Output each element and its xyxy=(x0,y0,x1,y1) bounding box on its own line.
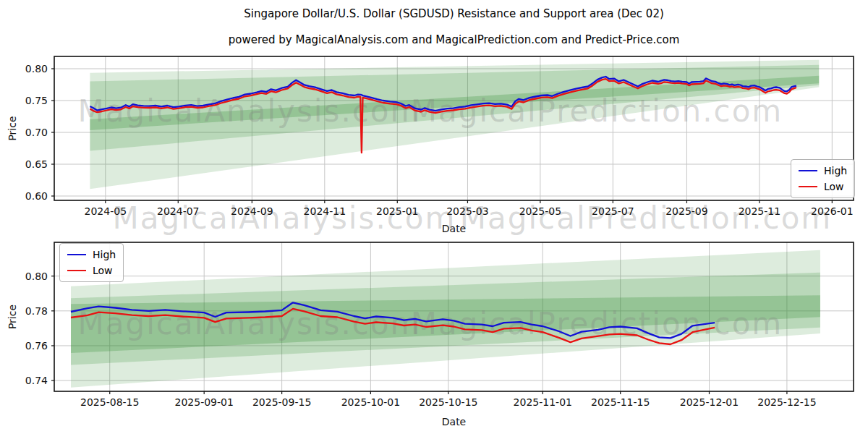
y-tick-label: 0.78 xyxy=(25,305,48,317)
x-tick-label: 2024-09 xyxy=(231,205,273,217)
x-tick-label: 2025-09-01 xyxy=(175,396,234,408)
x-axis-label: Date xyxy=(442,416,466,427)
x-tick-label: 2024-11 xyxy=(304,205,346,217)
x-tick-label: 2024-07 xyxy=(157,205,200,217)
legend-high-label: High xyxy=(93,250,116,260)
legend-entry-low: Low xyxy=(799,182,847,192)
x-tick-label: 2025-11-15 xyxy=(591,396,650,408)
low-line-swatch xyxy=(67,270,86,271)
x-tick-label: 2025-12-15 xyxy=(757,396,816,408)
x-tick-label: 2025-08-15 xyxy=(80,396,139,408)
x-tick-label: 2025-11-01 xyxy=(514,396,572,408)
y-tick-label: 0.60 xyxy=(25,190,48,202)
x-tick-label: 2026-01 xyxy=(811,205,854,217)
bottom-chart-canvas: MagicalAnalysis.comMagicalPrediction.com… xyxy=(0,239,868,434)
x-tick-label: 2025-10-01 xyxy=(341,396,400,408)
y-tick-label: 0.70 xyxy=(25,127,48,138)
low-line-swatch xyxy=(799,186,817,187)
x-tick-label: 2025-01 xyxy=(376,205,419,217)
legend-high-label: High xyxy=(824,166,847,176)
x-tick-label: 2025-09 xyxy=(665,205,708,217)
x-tick-label: 2025-11 xyxy=(739,205,781,217)
y-axis-label: Price xyxy=(7,116,18,140)
y-tick-label: 0.74 xyxy=(25,375,48,386)
y-axis-label: Price xyxy=(7,305,18,329)
y-tick-label: 0.80 xyxy=(25,271,48,282)
bottom-chart-legend: High Low xyxy=(59,243,124,282)
legend-low-label: Low xyxy=(824,182,844,192)
legend-low-label: Low xyxy=(93,265,113,276)
x-tick-label: 2025-03 xyxy=(446,205,489,217)
x-tick-label: 2025-09-15 xyxy=(252,396,311,408)
y-tick-label: 0.76 xyxy=(25,340,48,352)
x-tick-label: 2025-12-01 xyxy=(680,396,739,408)
high-line-swatch xyxy=(67,254,86,255)
y-tick-label: 0.65 xyxy=(25,158,48,170)
y-tick-label: 0.80 xyxy=(25,63,48,75)
x-tick-label: 2025-07 xyxy=(592,205,634,217)
x-tick-label: 2025-10-15 xyxy=(419,396,477,408)
watermark-text: MagicalPrediction.com xyxy=(411,93,783,129)
x-tick-label: 2024-05 xyxy=(85,205,127,217)
top-chart-canvas: MagicalAnalysis.comMagicalPrediction.com… xyxy=(0,0,868,239)
top-chart-legend: High Low xyxy=(791,159,855,198)
y-tick-label: 0.75 xyxy=(25,95,48,106)
legend-entry-high: High xyxy=(799,166,847,176)
high-line-swatch xyxy=(799,170,817,171)
x-tick-label: 2025-05 xyxy=(519,205,562,217)
legend-entry-low: Low xyxy=(67,265,116,276)
x-axis-label: Date xyxy=(442,223,466,234)
legend-entry-high: High xyxy=(67,250,116,260)
